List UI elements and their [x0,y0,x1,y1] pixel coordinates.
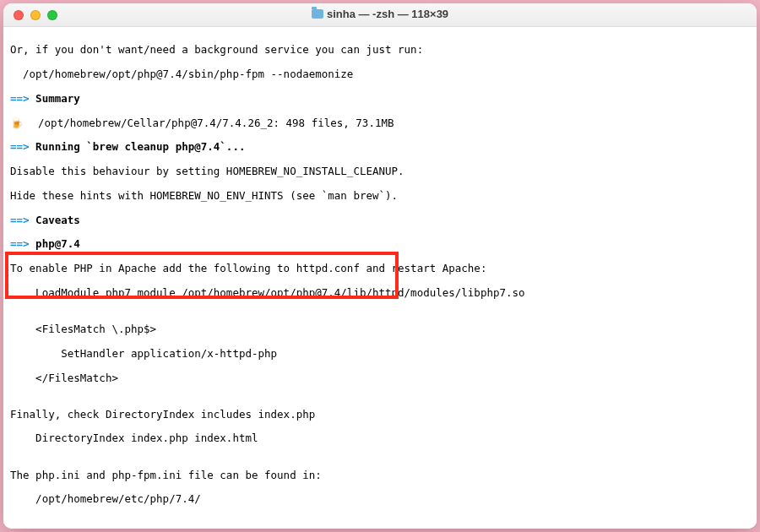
title-user: sinha [327,8,356,20]
zoom-icon[interactable] [47,10,57,20]
close-icon[interactable] [14,10,24,20]
beer-icon: 🍺 [10,117,24,129]
folder-icon [312,9,323,19]
output-line: DirectoryIndex index.php index.html [10,432,750,444]
arrow-icon: ==> [10,92,30,105]
arrow-icon: ==> [10,140,30,153]
output-line: Or, if you don't want/need a background … [10,44,750,56]
output-line: ==> Caveats [10,214,750,226]
minimize-icon[interactable] [30,10,41,20]
output-line: /opt/homebrew/etc/php/7.4/ [10,493,750,505]
output-line: LoadModule php7_module /opt/homebrew/opt… [10,287,750,299]
terminal-window: sinha — -zsh — 118×39 Or, if you don't w… [3,3,757,529]
output-line: Disable this behaviour by setting HOMEBR… [10,166,750,177]
output-line: <FilesMatch \.php$> [10,323,750,335]
output-line: /opt/homebrew/opt/php@7.4/sbin/php-fpm -… [10,68,750,80]
output-line: To enable PHP in Apache add the followin… [10,263,750,274]
output-line: Hide these hints with HOMEBREW_NO_ENV_HI… [10,190,750,202]
title-dimensions: 118×39 [411,8,448,20]
arrow-icon: ==> [10,214,30,226]
output-line: SetHandler application/x-httpd-php [10,348,750,360]
output-line: Finally, check DirectoryIndex includes i… [10,409,750,421]
titlebar[interactable]: sinha — -zsh — 118×39 [3,3,757,27]
output-line: ==> Summary [10,93,750,105]
output-line: 🍺 /opt/homebrew/Cellar/php@7.4/7.4.26_2:… [10,117,750,129]
window-title: sinha — -zsh — 118×39 [3,8,757,21]
traffic-lights [3,10,57,20]
output-line: The php.ini and php-fpm.ini file can be … [10,470,750,481]
output-line: </FilesMatch> [10,372,750,384]
title-shell: -zsh [372,8,394,20]
arrow-icon: ==> [10,237,30,250]
terminal-output[interactable]: Or, if you don't want/need a background … [3,27,757,529]
output-line: ==> Running `brew cleanup php@7.4`... [10,141,750,153]
output-line: ==> php@7.4 [10,238,750,250]
